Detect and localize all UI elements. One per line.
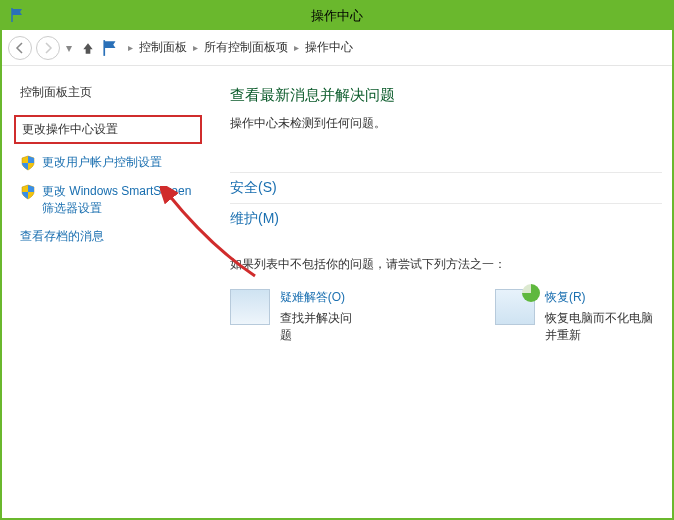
forward-button[interactable] (36, 36, 60, 60)
chevron-right-icon: ▸ (128, 42, 133, 53)
monitor-recovery-icon (495, 289, 535, 325)
section-maintenance[interactable]: 维护(M) (230, 203, 662, 234)
up-button[interactable] (78, 38, 98, 58)
titlebar: 操作中心 (2, 2, 672, 30)
back-button[interactable] (8, 36, 32, 60)
navbar: ▾ ▸ 控制面板 ▸ 所有控制面板项 ▸ 操作中心 (2, 30, 672, 66)
tool-desc: 恢复电脑而不化电脑并重新 (545, 310, 662, 344)
main-panel: 查看最新消息并解决问题 操作中心未检测到任何问题。 安全(S) 维护(M) 如果… (202, 66, 672, 518)
flag-icon (10, 7, 26, 23)
sidebar-item-change-uac-settings[interactable]: 更改用户帐户控制设置 (20, 154, 202, 171)
tool-troubleshooting[interactable]: 疑难解答(O) 查找并解决问题 (230, 289, 355, 344)
fallback-text: 如果列表中不包括你的问题，请尝试下列方法之一： (230, 256, 662, 273)
sidebar-item-change-action-center-settings[interactable]: 更改操作中心设置 (14, 115, 202, 144)
section-label: 维护(M) (230, 210, 279, 226)
breadcrumb-item[interactable]: 操作中心 (305, 39, 353, 56)
section-label: 安全(S) (230, 179, 277, 195)
location-flag-icon (102, 39, 120, 57)
window-title: 操作中心 (311, 7, 363, 25)
tool-title[interactable]: 疑难解答(O) (280, 289, 355, 306)
page-heading: 查看最新消息并解决问题 (230, 86, 662, 105)
breadcrumb-item[interactable]: 控制面板 (139, 39, 187, 56)
chevron-right-icon: ▸ (193, 42, 198, 53)
breadcrumb[interactable]: ▸ 控制面板 ▸ 所有控制面板项 ▸ 操作中心 (128, 39, 353, 56)
tool-recovery[interactable]: 恢复(R) 恢复电脑而不化电脑并重新 (495, 289, 662, 344)
sidebar-item-change-smartscreen-settings[interactable]: 更改 Windows SmartScreen 筛选器设置 (20, 183, 202, 217)
shield-icon (20, 184, 36, 200)
section-security[interactable]: 安全(S) (230, 172, 662, 203)
sidebar-heading: 控制面板主页 (20, 84, 202, 101)
tool-desc: 查找并解决问题 (280, 310, 355, 344)
sidebar-item-label: 查看存档的消息 (20, 228, 104, 245)
sidebar: 控制面板主页 更改操作中心设置 更改用户帐户控制设置 更改 Windows Sm… (2, 66, 202, 518)
nav-dropdown-icon[interactable]: ▾ (66, 41, 72, 55)
sidebar-item-label: 更改用户帐户控制设置 (42, 154, 162, 171)
sidebar-item-view-archived-messages[interactable]: 查看存档的消息 (20, 228, 202, 245)
page-subtext: 操作中心未检测到任何问题。 (230, 115, 662, 132)
monitor-icon (230, 289, 270, 325)
breadcrumb-item[interactable]: 所有控制面板项 (204, 39, 288, 56)
tool-title[interactable]: 恢复(R) (545, 289, 662, 306)
chevron-right-icon: ▸ (294, 42, 299, 53)
sidebar-item-label: 更改 Windows SmartScreen 筛选器设置 (42, 183, 202, 217)
shield-icon (20, 155, 36, 171)
sidebar-item-label: 更改操作中心设置 (22, 121, 118, 138)
